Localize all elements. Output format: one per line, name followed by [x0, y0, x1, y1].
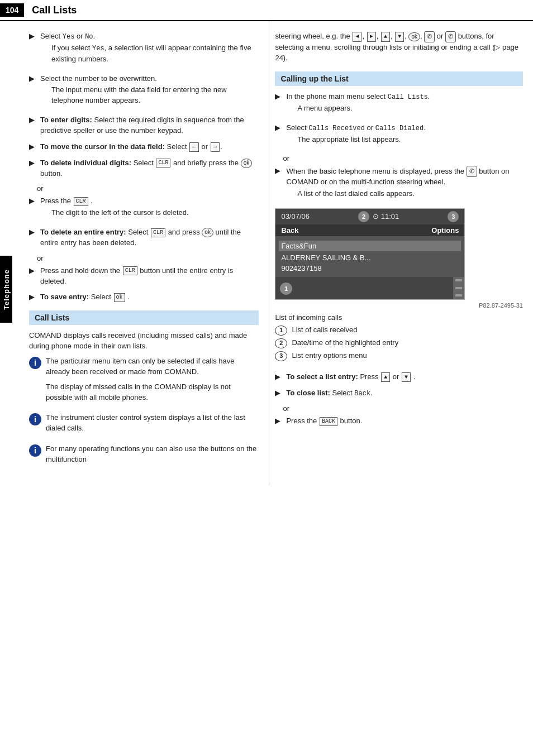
scroll-indicator — [455, 287, 462, 289]
circle-3: 3 — [448, 211, 459, 222]
or-label-2: or — [37, 254, 259, 262]
info2-text: The instrument cluster control system di… — [46, 413, 259, 434]
list-item-3-text: List entry options menu — [292, 351, 523, 361]
bullet-press-hold: ▶ Press and hold down the CLR button unt… — [29, 266, 259, 287]
move-cursor-label: To move the cursor in the data field: — [40, 142, 165, 151]
bullet-arrow: ▶ — [29, 115, 38, 136]
bullet-arrow: ▶ — [275, 416, 284, 427]
bullet-arrow: ▶ — [29, 292, 38, 303]
screen-content: Facts&Fun ALDERNEY SAILING & B... 902423… — [275, 236, 464, 277]
bullet-arrow: ▶ — [29, 196, 38, 222]
bullet-arrow: ▶ — [29, 31, 38, 68]
select-entry-label: To select a list entry: — [286, 372, 358, 381]
call-lists-para1: COMAND displays calls received (includin… — [29, 331, 259, 352]
num-circle-3: 3 — [275, 351, 287, 361]
screen-row-1: Facts&Fun — [279, 241, 461, 251]
info-box-1: i The particular menu item can only be s… — [29, 356, 259, 407]
bullet-step2: ▶ Select Calls Received or Calls Dialed.… — [275, 123, 523, 149]
bullet-delete-entry: ▶ To delete an entire entry: Select CLR … — [29, 227, 259, 248]
bullet-arrow: ▶ — [275, 92, 284, 117]
screen-date: 03/07/06 — [281, 212, 310, 221]
close-list-label: To close list: — [286, 389, 330, 397]
screen-time: ⊙ 11:01 — [373, 212, 399, 221]
screen-row-3: 9024237158 — [281, 263, 459, 274]
right-column: steering wheel, e.g. the , , , , ok, ✆ o… — [269, 21, 533, 485]
bullet-press-back: ▶ Press the BACK button. — [275, 416, 523, 427]
call-lists-heading: Call Lists — [29, 310, 259, 325]
screenshot-inner: 03/07/06 2 ⊙ 11:01 3 Back Options — [275, 209, 464, 299]
num-item-3: 3 List entry options menu — [275, 351, 523, 361]
page-title: Call Lists — [32, 4, 77, 16]
num-circle-1: 1 — [275, 326, 287, 336]
scroll-indicator — [455, 294, 462, 296]
num-item-1: 1 List of calls received — [275, 325, 523, 336]
bullet-arrow: ▶ — [275, 372, 284, 382]
screen-options: Options — [431, 226, 459, 235]
info-icon-1: i — [29, 357, 41, 369]
bullet-delete-digits: ▶ To delete individual digits: Select CL… — [29, 158, 259, 179]
list-incoming-title: List of incoming calls — [275, 313, 523, 322]
bullet-arrow: ▶ — [29, 74, 38, 110]
delete-digits-label: To delete individual digits: — [40, 159, 131, 167]
scrollbar — [453, 277, 464, 299]
step2-sub: The appropriate list list appears. — [297, 135, 523, 145]
save-entry-text: Select ok . — [91, 293, 130, 301]
info3-text: For many operating functions you can als… — [46, 444, 259, 465]
list-item-2-text: Date/time of the highlighted entry — [292, 338, 523, 348]
bullet-press-clr: ▶ Press the CLR . The digit to the left … — [29, 196, 259, 222]
select-yes-no-text: Select Yes or No. — [40, 32, 95, 40]
bullet-arrow: ▶ — [275, 166, 284, 203]
screen-bottom: 1 — [275, 277, 464, 299]
info-icon-3: i — [29, 444, 41, 457]
press-back-text: Press the BACK button. — [286, 417, 362, 425]
bullet-step1: ▶ In the phone main menu select Call Lis… — [275, 92, 523, 117]
close-list-text: Select Back. — [332, 389, 373, 397]
screen-top-bar: 03/07/06 2 ⊙ 11:01 3 — [275, 209, 464, 224]
press-hold-text: Press and hold down the CLR button until… — [40, 266, 233, 285]
bullet-close-list: ▶ To close list: Select Back. — [275, 388, 523, 399]
bullet-select-yes-no: ▶ Select Yes or No. If you select Yes, a… — [29, 31, 259, 68]
circle-2: 2 — [358, 211, 369, 222]
step2-text: Select Calls Received or Calls Dialed. — [286, 123, 425, 132]
info-box-3: i For many operating functions you can a… — [29, 444, 259, 470]
screenshot-box: 03/07/06 2 ⊙ 11:01 3 Back Options — [275, 208, 465, 300]
scroll-indicator — [455, 279, 462, 281]
delete-entry-label: To delete an entire entry: — [40, 228, 126, 236]
step1-sub: A menu appears. — [297, 103, 523, 114]
bullet-arrow: ▶ — [275, 388, 284, 399]
page-header: 104 Call Lists — [0, 0, 533, 21]
bullet-arrow: ▶ — [275, 123, 284, 149]
num-item-2: 2 Date/time of the highlighted entry — [275, 338, 523, 348]
screenshot-caption: P82.87-2495-31 — [275, 302, 523, 309]
bullet-select-entry: ▶ To select a list entry: Press or . — [275, 372, 523, 382]
step3-sub: A list of the last dialed calls appears. — [297, 189, 523, 199]
select-entry-text: Press or . — [360, 372, 415, 381]
calling-up-heading: Calling up the List — [275, 71, 523, 86]
select-number-sub: The input menu with the data field for e… — [51, 85, 259, 106]
info1-text2: The display of missed calls in the COMAN… — [46, 382, 259, 403]
bullet-save-entry: ▶ To save entry: Select ok . — [29, 292, 259, 303]
move-cursor-text: Select ← or →. — [167, 142, 222, 151]
num-circle-2: 2 — [275, 338, 287, 348]
save-entry-label: To save entry: — [40, 293, 89, 301]
page-number: 104 — [0, 3, 24, 17]
circle-1: 1 — [280, 283, 292, 295]
bullet-arrow: ▶ — [29, 227, 38, 248]
step1-text: In the phone main menu select Call Lists… — [286, 92, 430, 101]
press-clr-text: Press the CLR . — [40, 197, 93, 205]
bullet-move-cursor: ▶ To move the cursor in the data field: … — [29, 142, 259, 152]
bullet-arrow: ▶ — [29, 142, 38, 152]
select-number-text: Select the number to be overwritten. — [40, 74, 157, 83]
info-box-2: i The instrument cluster control system … — [29, 413, 259, 438]
enter-digits-label: To enter digits: — [40, 116, 92, 124]
bullet-step3: ▶ When the basic telephone menu is displ… — [275, 166, 523, 203]
or-right-1: or — [283, 154, 523, 162]
or-right-2: or — [283, 404, 523, 413]
left-column: ▶ Select Yes or No. If you select Yes, a… — [12, 21, 269, 485]
screen-back: Back — [281, 226, 298, 235]
bullet-select-number: ▶ Select the number to be overwritten. T… — [29, 74, 259, 110]
bullet-arrow: ▶ — [29, 158, 38, 179]
info1-text1: The particular menu item can only be sel… — [46, 356, 259, 377]
list-item-1-text: List of calls received — [292, 325, 523, 336]
screen-nav-row: Back Options — [275, 224, 464, 236]
